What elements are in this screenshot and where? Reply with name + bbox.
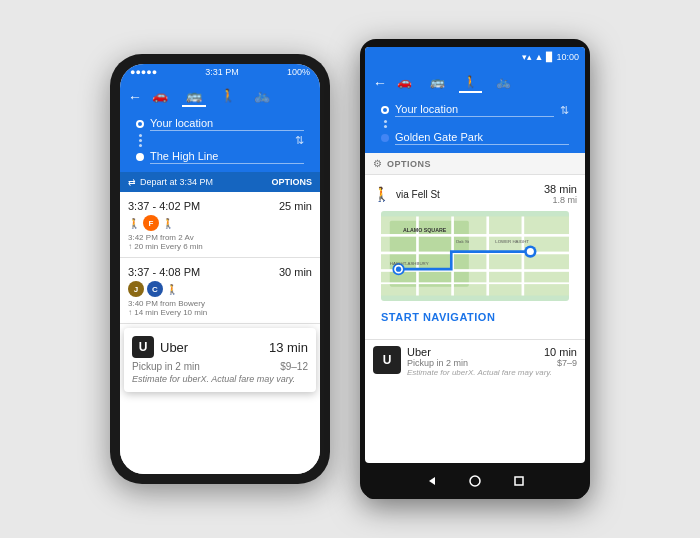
android-uber-row[interactable]: U Uber 10 min Pickup in 2 min $7–9 Estim… (365, 339, 585, 383)
android-car-icon[interactable]: 🚗 (393, 73, 416, 93)
destination-dot (136, 153, 144, 161)
back-nav-icon (425, 475, 437, 487)
route2-detail: ↑ 14 min Every 10 min (128, 308, 312, 317)
map-svg: ALAMO SQUARE Oak St HAIGHT-ASHBURY LOWER… (381, 211, 569, 301)
svg-rect-2 (381, 234, 569, 237)
android-origin-row: Your location ⇅ (381, 101, 569, 119)
android-swap-icon[interactable]: ⇅ (560, 104, 569, 117)
android-battery: ▉ (546, 52, 553, 62)
options-button[interactable]: OPTIONS (271, 177, 312, 187)
uber-pickup-text: Pickup in 2 min (132, 361, 200, 372)
android-options-bar[interactable]: ⚙ OPTIONS (365, 153, 585, 175)
android-uber-info: Uber 10 min Pickup in 2 min $7–9 Estimat… (407, 346, 577, 377)
svg-text:LOWER HAIGHT: LOWER HAIGHT (495, 239, 529, 244)
route2-from: 3:40 PM from Bowery (128, 299, 312, 308)
swap-icon[interactable]: ⇅ (295, 134, 304, 147)
uber-name: Uber (160, 340, 188, 355)
uber-pickup-row: Pickup in 2 min $9–12 (132, 361, 308, 372)
origin-dot (136, 120, 144, 128)
svg-text:Oak St: Oak St (456, 239, 470, 244)
walk-distance: 1.8 mi (544, 195, 577, 205)
android-nav-bar (365, 463, 585, 499)
uber-price: $9–12 (280, 361, 308, 372)
depart-bar: ⇄ Depart at 3:34 PM OPTIONS (120, 172, 320, 192)
car-mode-icon[interactable]: 🚗 (148, 86, 172, 107)
uber-tooltip[interactable]: U Uber 13 min Pickup in 2 min $9–12 Esti… (124, 328, 316, 392)
svg-rect-9 (522, 216, 525, 295)
android-uber-time: 10 min (544, 346, 577, 358)
svg-text:HAIGHT-ASHBURY: HAIGHT-ASHBURY (390, 261, 429, 266)
transit-mode-icon[interactable]: 🚌 (182, 86, 206, 107)
svg-rect-8 (486, 216, 489, 295)
signal-icon: ▲ (535, 52, 544, 62)
svg-rect-20 (515, 477, 523, 485)
start-navigation-button[interactable]: START NAVIGATION (381, 311, 495, 323)
uber-note: Estimate for uberX. Actual fare may vary… (132, 374, 308, 384)
android-origin-field[interactable]: Your location (395, 103, 554, 117)
android-destination-dot (381, 134, 389, 142)
destination-field[interactable]: The High Line (150, 150, 304, 164)
android-walk-icon[interactable]: 🚶 (459, 73, 482, 93)
svg-point-19 (470, 476, 480, 486)
route1-detail: ↑ 20 min Every 6 min (128, 242, 312, 251)
android-back-nav[interactable] (423, 473, 439, 489)
svg-point-13 (527, 248, 534, 255)
route1-icons: 🚶 F 🚶 (128, 215, 312, 231)
android-uber-pickup-row: Pickup in 2 min $7–9 (407, 358, 577, 368)
android-location-inputs: Your location ⇅ Golden Gate Park (373, 97, 577, 153)
wifi-icon: ▾▴ (522, 52, 532, 62)
iphone-time: 3:31 PM (205, 67, 239, 77)
android-bike-icon[interactable]: 🚲 (492, 73, 515, 93)
start-navigation-section: START NAVIGATION (373, 301, 577, 331)
badge-c: C (147, 281, 163, 297)
android-transit-icon[interactable]: 🚌 (426, 73, 449, 93)
uber-logo: U (132, 336, 154, 358)
svg-point-11 (396, 267, 401, 272)
route-item-1[interactable]: 3:37 - 4:02 PM 25 min 🚶 F 🚶 3:42 PM from… (120, 192, 320, 258)
filter-icon: ⚙ (373, 158, 382, 169)
android-uber-note: Estimate for uberX. Actual fare may vary… (407, 368, 577, 377)
bike-mode-icon[interactable]: 🚲 (250, 86, 274, 107)
android-uber-pickup: Pickup in 2 min (407, 358, 468, 368)
iphone-screen: ●●●●● 3:31 PM 100% ← 🚗 🚌 🚶 🚲 (120, 64, 320, 474)
android-maps-header: ← 🚗 🚌 🚶 🚲 Your location ⇅ (365, 67, 585, 153)
route1-from: 3:42 PM from 2 Av (128, 233, 312, 242)
iphone-device: ●●●●● 3:31 PM 100% ← 🚗 🚌 🚶 🚲 (110, 54, 330, 484)
destination-row: The High Line (136, 148, 304, 166)
svg-text:ALAMO SQUARE: ALAMO SQUARE (403, 227, 447, 233)
routes-list: 3:37 - 4:02 PM 25 min 🚶 F 🚶 3:42 PM from… (120, 192, 320, 474)
android-recent-nav[interactable] (511, 473, 527, 489)
origin-field[interactable]: Your location (150, 117, 304, 131)
walk-duration-block: 38 min 1.8 mi (544, 183, 577, 205)
android-destination-field[interactable]: Golden Gate Park (395, 131, 569, 145)
badge-f: F (143, 215, 159, 231)
iphone-status-bar: ●●●●● 3:31 PM 100% (120, 64, 320, 80)
iphone-maps-header: ← 🚗 🚌 🚶 🚲 Your location (120, 80, 320, 172)
recent-nav-icon (513, 475, 525, 487)
android-uber-logo: U (373, 346, 401, 374)
android-status-bar: ▾▴ ▲ ▉ 10:00 (365, 47, 585, 67)
depart-time[interactable]: Depart at 3:34 PM (140, 177, 213, 187)
svg-marker-18 (429, 477, 435, 485)
location-inputs: Your location ⇅ The High Line (128, 111, 312, 172)
android-home-nav[interactable] (467, 473, 483, 489)
route1-time: 3:37 - 4:02 PM (128, 200, 200, 212)
home-nav-icon (469, 475, 481, 487)
route-dots (136, 134, 144, 147)
android-uber-name: Uber (407, 346, 431, 358)
android-back-button[interactable]: ← (373, 75, 387, 91)
walk-mode-icon[interactable]: 🚶 (216, 86, 240, 107)
route1-duration: 25 min (279, 200, 312, 212)
android-route-dots (381, 120, 389, 128)
android-origin-dot (381, 106, 389, 114)
android-options-label: OPTIONS (387, 159, 431, 169)
map-thumbnail[interactable]: ALAMO SQUARE Oak St HAIGHT-ASHBURY LOWER… (381, 211, 569, 301)
walk-route-card[interactable]: 🚶 via Fell St 38 min 1.8 mi (365, 175, 585, 339)
route2-icons: J C 🚶 (128, 281, 312, 297)
walk-duration: 38 min (544, 183, 577, 195)
back-button[interactable]: ← (128, 89, 142, 105)
android-destination-row: Golden Gate Park (381, 129, 569, 147)
walk-via: via Fell St (396, 189, 440, 200)
walking-icon: 🚶 (373, 186, 390, 202)
route-item-2[interactable]: 3:37 - 4:08 PM 30 min J C 🚶 3:40 PM from… (120, 258, 320, 324)
